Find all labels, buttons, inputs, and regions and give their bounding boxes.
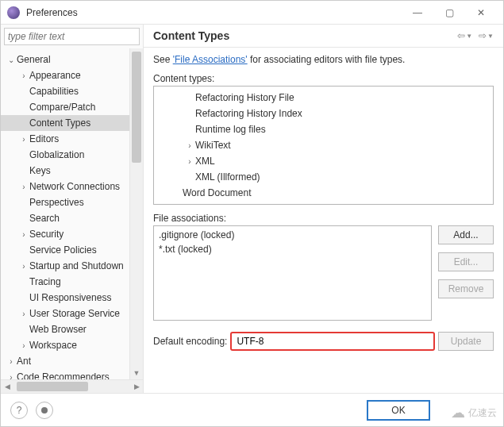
chevron-right-icon[interactable]: › bbox=[18, 71, 29, 80]
chevron-down-icon[interactable]: ⌄ bbox=[6, 56, 17, 64]
content-type-item[interactable]: Runtime log files bbox=[154, 121, 493, 137]
content-type-item[interactable]: ›XML bbox=[154, 153, 493, 169]
tree-item-label: Appearance bbox=[29, 70, 81, 81]
tree-item-label: Startup and Shutdown bbox=[29, 260, 124, 271]
file-association-item[interactable]: *.txt (locked) bbox=[159, 244, 426, 258]
tree-item[interactable]: UI Responsiveness bbox=[1, 290, 129, 306]
content-type-item[interactable]: Refactoring History Index bbox=[154, 106, 493, 121]
tree-item[interactable]: ›User Storage Service bbox=[1, 306, 129, 321]
footer: ? OK ☁ 亿速云 bbox=[1, 393, 503, 426]
tree-scrollbar[interactable]: ▲ ▼ bbox=[129, 48, 143, 379]
scroll-down-icon[interactable]: ▼ bbox=[130, 367, 143, 379]
tree-item[interactable]: Compare/Patch bbox=[1, 99, 129, 115]
help-icon[interactable]: ? bbox=[10, 402, 28, 419]
tree-item-label: Content Types bbox=[29, 117, 90, 129]
file-associations-label: File associations: bbox=[153, 213, 494, 224]
tree-item-label: Search bbox=[29, 213, 60, 224]
content-type-item[interactable]: Refactoring History File bbox=[154, 90, 493, 106]
chevron-right-icon[interactable]: › bbox=[184, 157, 195, 166]
preferences-tree[interactable]: ⌄General›AppearanceCapabilitiesCompare/P… bbox=[1, 48, 129, 379]
chevron-right-icon[interactable]: › bbox=[18, 135, 29, 144]
tree-item[interactable]: ›Ant bbox=[1, 353, 129, 369]
content-type-label: Refactoring History File bbox=[195, 92, 294, 103]
add-button[interactable]: Add... bbox=[438, 225, 494, 244]
chevron-right-icon[interactable]: › bbox=[18, 262, 29, 271]
tree-item[interactable]: ⌄General bbox=[1, 52, 129, 67]
titlebar: Preferences — ▢ ✕ bbox=[1, 1, 503, 25]
tree-item-label: Web Browser bbox=[29, 324, 87, 335]
content-type-label: Runtime log files bbox=[195, 124, 266, 135]
content-type-item[interactable]: XML (Illformed) bbox=[154, 169, 493, 185]
hscroll-thumb[interactable] bbox=[17, 382, 88, 391]
file-association-item[interactable]: .gitignore (locked) bbox=[159, 229, 426, 244]
description-text: See 'File Associations' for associating … bbox=[153, 54, 494, 65]
chevron-right-icon[interactable]: › bbox=[184, 141, 195, 150]
edit-button[interactable]: Edit... bbox=[438, 252, 494, 271]
nav-back-button[interactable]: ⇦▼ bbox=[457, 30, 472, 41]
remove-button[interactable]: Remove bbox=[438, 279, 494, 298]
tree-item-label: General bbox=[17, 54, 51, 65]
chevron-right-icon[interactable]: › bbox=[18, 341, 29, 350]
tree-item[interactable]: Perspectives bbox=[1, 194, 129, 210]
panel-title: Content Types bbox=[153, 29, 457, 42]
tree-item[interactable]: ›Appearance bbox=[1, 67, 129, 83]
tree-item-label: Network Connections bbox=[29, 181, 120, 192]
scroll-left-icon[interactable]: ◀ bbox=[1, 383, 13, 390]
tree-item[interactable]: ›Workspace bbox=[1, 337, 129, 353]
tree-item[interactable]: ›Network Connections bbox=[1, 179, 129, 194]
tree-item-label: Workspace bbox=[29, 340, 77, 351]
content-type-item[interactable]: ›WikiText bbox=[154, 137, 493, 153]
close-button[interactable]: ✕ bbox=[465, 2, 497, 24]
scroll-thumb[interactable] bbox=[132, 52, 141, 163]
tree-item[interactable]: ›Startup and Shutdown bbox=[1, 258, 129, 274]
tree-item[interactable]: Capabilities bbox=[1, 83, 129, 99]
tree-item[interactable]: Keys bbox=[1, 163, 129, 179]
chevron-right-icon[interactable]: › bbox=[6, 373, 17, 380]
tree-item[interactable]: ›Security bbox=[1, 226, 129, 242]
content-type-label: WikiText bbox=[195, 140, 231, 151]
default-encoding-input[interactable] bbox=[230, 332, 435, 351]
filter-input[interactable] bbox=[4, 28, 140, 45]
cloud-icon: ☁ bbox=[451, 404, 465, 421]
content-type-label: Refactoring History Index bbox=[195, 108, 302, 119]
chevron-right-icon[interactable]: › bbox=[18, 310, 29, 318]
file-associations-link[interactable]: 'File Associations' bbox=[173, 54, 248, 65]
tree-item-label: Code Recommenders bbox=[17, 371, 110, 379]
tree-hscrollbar[interactable]: ◀ ▶ bbox=[1, 379, 143, 393]
content-types-tree[interactable]: Refactoring History FileRefactoring Hist… bbox=[153, 86, 494, 205]
tree-item-label: Perspectives bbox=[29, 197, 84, 208]
tree-item-label: Ant bbox=[17, 356, 31, 367]
tree-item-label: Tracing bbox=[29, 276, 61, 287]
ok-button[interactable]: OK bbox=[367, 400, 430, 421]
tree-item[interactable]: Globalization bbox=[1, 147, 129, 163]
tree-item[interactable]: Web Browser bbox=[1, 321, 129, 337]
content-types-label: Content types: bbox=[153, 73, 494, 84]
chevron-right-icon[interactable]: › bbox=[18, 230, 29, 239]
content-panel: Content Types ⇦▼ ⇨▼ See 'File Associatio… bbox=[144, 25, 503, 393]
preferences-window: Preferences — ▢ ✕ ⌄General›AppearanceCap… bbox=[0, 0, 504, 427]
scroll-right-icon[interactable]: ▶ bbox=[130, 383, 143, 390]
maximize-button[interactable]: ▢ bbox=[433, 2, 465, 24]
tree-item[interactable]: Tracing bbox=[1, 274, 129, 290]
content-type-item[interactable]: Word Document bbox=[154, 185, 493, 201]
tree-item[interactable]: Service Policies bbox=[1, 242, 129, 258]
tree-item[interactable]: Content Types bbox=[1, 115, 129, 131]
chevron-right-icon[interactable]: › bbox=[18, 183, 29, 191]
sidebar: ⌄General›AppearanceCapabilitiesCompare/P… bbox=[1, 25, 144, 393]
tree-item[interactable]: Search bbox=[1, 210, 129, 226]
tree-item-label: Editors bbox=[29, 133, 59, 144]
tree-item[interactable]: ›Editors bbox=[1, 131, 129, 147]
tree-item-label: UI Responsiveness bbox=[29, 292, 111, 303]
update-button[interactable]: Update bbox=[438, 332, 494, 351]
record-icon[interactable] bbox=[36, 402, 53, 419]
nav-forward-button[interactable]: ⇨▼ bbox=[479, 30, 494, 41]
app-icon bbox=[7, 6, 20, 19]
tree-item-label: Security bbox=[29, 229, 63, 240]
content-type-label: Word Document bbox=[183, 187, 251, 198]
file-associations-list[interactable]: .gitignore (locked)*.txt (locked) bbox=[153, 225, 432, 321]
minimize-button[interactable]: — bbox=[402, 2, 433, 24]
tree-item-label: Compare/Patch bbox=[29, 102, 95, 113]
tree-item[interactable]: ›Code Recommenders bbox=[1, 369, 129, 379]
tree-item-label: Globalization bbox=[29, 149, 84, 160]
chevron-right-icon[interactable]: › bbox=[6, 357, 17, 366]
